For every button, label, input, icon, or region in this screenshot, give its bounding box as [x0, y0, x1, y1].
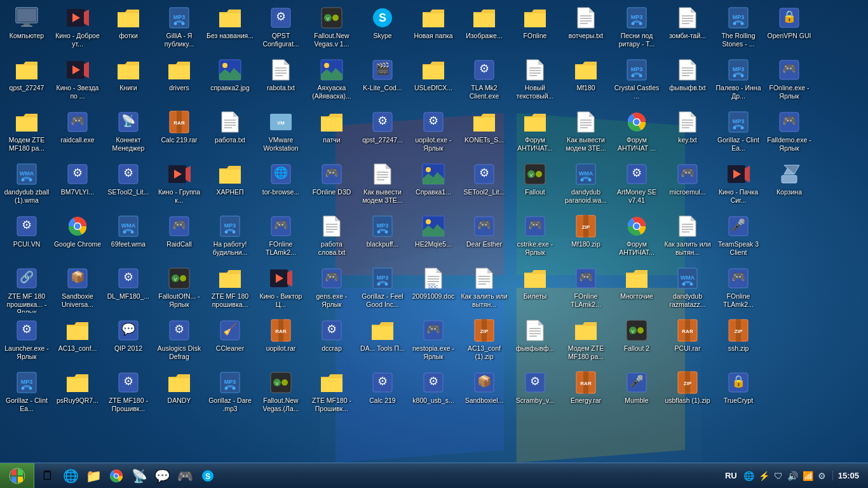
desktop-icon-dear-esther[interactable]: 🎮 Dear Esther [459, 211, 510, 263]
desktop-icon-tla-mk2[interactable]: ⚙ TLA Mk2 Client.exe [459, 55, 510, 107]
desktop-icon-kino-dobroe[interactable]: Кино - Доброе ут... [52, 3, 103, 55]
desktop-icon-dandydub-paranoid[interactable]: WMA dandydub paranoid.wa... [560, 159, 611, 211]
taskbar-explorer[interactable]: 📁 [83, 465, 104, 487]
desktop-icon-mf180-zip[interactable]: ZIP Mf180.zip [560, 211, 611, 263]
desktop-icon-modem-zte-mf180[interactable]: Модем ZTE MF180 ра... [560, 315, 611, 367]
language-indicator[interactable]: RU [722, 470, 740, 482]
desktop-icon-fyvfyvf[interactable]: фывфывф... [510, 315, 560, 367]
desktop-icon-rabota-txt[interactable]: работа.txt [205, 107, 255, 159]
desktop-icon-zte-mf180-prom[interactable]: ⚙ ZTE MF180 - Прошивк... [103, 367, 154, 419]
desktop-icon-20091009-doc[interactable]: DOC 20091009.doc [408, 263, 459, 315]
desktop-icon-ayxuaska[interactable]: Аяхуаска (Айяваска)... [306, 55, 357, 107]
desktop-icon-konekt-menedzher[interactable]: 📡 Коннект Менеджер [103, 107, 154, 159]
desktop-icon-dl-mf180[interactable]: ⚙ DL_MF180_... [103, 263, 154, 315]
desktop-icon-votchery-txt[interactable]: вотчеры.txt [560, 3, 611, 55]
desktop-icon-cstrike-yarlyk[interactable]: 🎮 cstrike.exe - Ярлык [510, 211, 560, 263]
desktop-icon-truecrypt[interactable]: 🔒 TrueCrypt [713, 367, 764, 419]
desktop-icon-zte-mf180-yarlyk[interactable]: 🔗 ZTE MF 180 прошивка... - Ярлык [1, 263, 52, 315]
desktop-icon-bm7vlyi[interactable]: ⚙ BM7VLYI... [52, 159, 103, 211]
desktop-icon-mnogtochie[interactable]: Многточие [611, 263, 662, 315]
desktop-icon-69feet-wma[interactable]: WMA 69feet.wma [103, 211, 154, 263]
desktop-icon-dccrap[interactable]: ⚙ dccrap [306, 315, 357, 367]
desktop-icon-dandydub-razmatazz[interactable]: WMA dandydub razmatazz... [662, 263, 713, 315]
desktop-icon-fallout-new-vegas-la[interactable]: V Fallout.New Vegas.(Ла... [255, 367, 306, 419]
desktop-icon-kino-pacha[interactable]: Кино - Пачка Сиг... [713, 159, 764, 211]
desktop-icon-he2mqie5[interactable]: HE2Mqie5... [408, 211, 459, 263]
desktop-icon-zte-mf180-pr2[interactable]: ZTE MF180 - Прошивк... [306, 367, 357, 419]
desktop-icon-gorillaz-clint[interactable]: MP3 Gorillaz - Clint Ea... [1, 367, 52, 419]
desktop-icon-spravka1[interactable]: Справка1... [408, 159, 459, 211]
desktop-icon-kino-viktor[interactable]: Кино - Виктор Ц... [255, 263, 306, 315]
desktop-icon-raidcall-app[interactable]: 🎮 RaidCall [154, 211, 205, 263]
taskbar-chrome[interactable] [105, 465, 127, 487]
desktop-icon-google-chrome[interactable]: Google Chrome [52, 211, 103, 263]
desktop-icon-fyvfyvfv-txt[interactable]: фывыфв.txt [662, 55, 713, 107]
desktop-icon-fonline-folder[interactable]: FOnline [510, 3, 560, 55]
desktop-icon-gorillaz-feel-good[interactable]: MP3 Gorillaz - Feel Good Inc... [357, 263, 408, 315]
tray-volume-icon[interactable]: 🔊 [786, 470, 799, 482]
desktop-icon-fonline-tlamk2-3[interactable]: 🎮 FOnline TLAmk2... [713, 263, 764, 315]
desktop-icon-ac13-conf[interactable]: AC13_conf... [52, 315, 103, 367]
desktop-icon-vmware-workstation[interactable]: VM VMware Workstation [255, 107, 306, 159]
desktop-icon-kak-vyvesti-modem2[interactable]: Как вывести модем ЗТЕ... [560, 107, 611, 159]
desktop-icon-fallout-app[interactable]: V Fallout [510, 159, 560, 211]
desktop-icon-korzina[interactable]: Корзина [764, 159, 815, 211]
desktop-icon-sandboxie-app[interactable]: 📦 Sandboxiel... [459, 367, 510, 419]
desktop-icon-dandydub-wma[interactable]: WMA dandydub zball (1).wma [1, 159, 52, 211]
desktop-icon-gens-exe-yarlyk[interactable]: 🎮 gens.exe - Ярлык [306, 263, 357, 315]
desktop-icon-xarnep[interactable]: ХАРНЕП [205, 159, 255, 211]
desktop-icon-rabota-txt2[interactable]: rabota.txt [255, 55, 306, 107]
desktop-icon-uopilot-yarlyk[interactable]: ⚙ uopilot.exe - Ярлык [408, 107, 459, 159]
desktop-icon-pcui-rar[interactable]: RAR PCUI.rar [662, 315, 713, 367]
desktop-icon-qip2012[interactable]: 💬 QIP 2012 [103, 315, 154, 367]
desktop-icon-fonline-tlamk2-2[interactable]: 🎮 FOnline TLAmk2... [560, 263, 611, 315]
taskbar-extra1[interactable]: 📡 [128, 465, 150, 487]
desktop-icon-fonline-d3d[interactable]: 🎮 FOnline D3D [306, 159, 357, 211]
desktop-icon-qpst-configurat[interactable]: ⚙ QPST Configurat... [255, 3, 306, 55]
desktop-icon-kino-zvezda[interactable]: Кино - Звезда по ... [52, 55, 103, 107]
tray-network-icon[interactable]: 🌐 [742, 470, 756, 482]
desktop-icon-pcui-vn[interactable]: ⚙ PCUI.VN [1, 211, 52, 263]
desktop-icon-launcher-exe[interactable]: ⚙ Launcher.exe - Ярлык [1, 315, 52, 367]
desktop-icon-artmoney-se[interactable]: ⚙ ArtMoney SE v7.41 [611, 159, 662, 211]
desktop-icon-gorillaz-dare[interactable]: MP3 Gorillaz - Dare .mp3 [205, 367, 255, 419]
taskbar-extra2[interactable]: 💬 [151, 465, 173, 487]
desktop-icon-teamspeak3[interactable]: 🎤 TeamSpeak 3 Client [713, 211, 764, 263]
desktop-icon-forum-antichat[interactable]: Форум АНТИЧАТ... [510, 107, 560, 159]
desktop-icon-crystal-castles[interactable]: MP3 Crystal Castles ... [611, 55, 662, 107]
desktop-icon-na-rabotu[interactable]: MP3 На работу! будильни... [205, 211, 255, 263]
clock-area[interactable]: 15:05 [832, 471, 864, 480]
desktop-icon-mumble[interactable]: 🎤 Mumble [611, 367, 662, 419]
desktop-icon-konets-s[interactable]: KONETs_S... [459, 107, 510, 159]
desktop-icon-setool2-lit2[interactable]: ⚙ SETool2_Lit... [459, 159, 510, 211]
desktop-icon-k-lite-cod[interactable]: 🎬 K-Lite_Cod... [357, 55, 408, 107]
desktop-icon-qpst27247[interactable]: qpst_27247 [1, 55, 52, 107]
desktop-icon-palevo-inna[interactable]: MP3 Палево - Инна Др... [713, 55, 764, 107]
desktop-icon-psruy9qr7[interactable]: psRuy9QR7... [52, 367, 103, 419]
desktop-icon-novyi-tekstovyi[interactable]: Новый текстовый... [510, 55, 560, 107]
desktop-icon-microemul[interactable]: 🎮 microemul... [662, 159, 713, 211]
desktop-icon-k800-usb[interactable]: ⚙ k800_usb_s... [408, 367, 459, 419]
desktop-icon-blackpuff[interactable]: MP3 blackpuff... [357, 211, 408, 263]
desktop-icon-usbflash[interactable]: ZIP usbflash (1).zip [662, 367, 713, 419]
taskbar-skype[interactable]: S [197, 465, 219, 487]
desktop-icon-fonline-exe-yarlyk[interactable]: 🎮 FOnline.exe - Ярлык [764, 55, 815, 107]
start-button[interactable] [0, 463, 34, 489]
desktop-icon-calc-tools[interactable]: DA... Tools П... [357, 315, 408, 367]
taskbar-extra3[interactable]: 🎮 [174, 465, 196, 487]
desktop-icon-uslefcx[interactable]: USLeDfCX... [408, 55, 459, 107]
desktop-icon-sandboxie[interactable]: 📦 Sandboxie Universa... [52, 263, 103, 315]
desktop-icon-zombi-tai[interactable]: зомби-тай... [662, 3, 713, 55]
desktop-icon-novaya-papka[interactable]: Новая папка [408, 3, 459, 55]
desktop-icon-ac13-conf-zip[interactable]: ZIP AC13_conf (1).zip [459, 315, 510, 367]
desktop-icon-kak-zalit-ili2[interactable]: Как залить или вытян... [662, 211, 713, 263]
desktop-icon-ssh-zip[interactable]: ZIP ssh.zip [713, 315, 764, 367]
desktop-icon-calc219-app[interactable]: ⚙ Calc 219 [357, 367, 408, 419]
desktop-icon-forum-antichat-app[interactable]: Форум АНТИЧАТ ... [611, 107, 662, 159]
desktop-icon-fotki[interactable]: фотки [103, 3, 154, 55]
desktop-icon-gorillaz-clint2[interactable]: MP3 Gorillaz - Clint Ea... [713, 107, 764, 159]
desktop-icon-kino-gruppa[interactable]: Кино - Группа к... [154, 159, 205, 211]
desktop-icon-uopilot-rar[interactable]: RAR uopilot.rar [255, 315, 306, 367]
desktop-icon-energy-rar[interactable]: RAR Energy.rar [560, 367, 611, 419]
desktop-icon-dandy[interactable]: DANDY [154, 367, 205, 419]
